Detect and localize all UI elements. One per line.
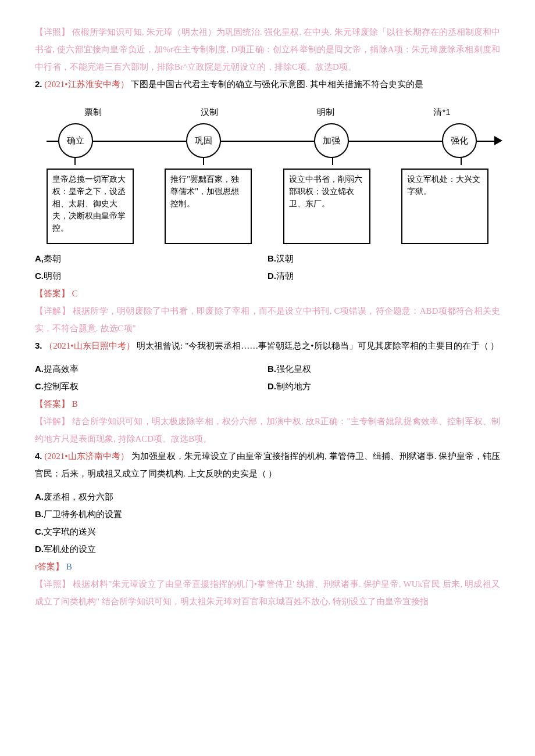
question-2-options: A,秦朝 B.汉朝 C.明朝 D.清朝: [35, 250, 500, 285]
diagram-header: 明制: [291, 103, 361, 121]
option-a: A,秦朝: [35, 250, 268, 267]
explanation-tag: 【详解】: [35, 417, 70, 426]
explanation-tag: 【详解】: [35, 306, 70, 316]
diagram-box-row: 皇帝总揽一切军政大权：皇帝之下，设丞相、太尉、御史大夫，决断权由皇帝掌控。 推行…: [35, 169, 500, 244]
diagram-header: 票制: [58, 103, 128, 121]
diagram-box: 推行"罢黜百家，独尊儒术"，加强思想控制。: [165, 169, 252, 244]
question-text: 明太祖曾说: "今我初罢丞相……事皆朝廷总之•所以稳当」可见其废除宰相的主要目的…: [137, 341, 499, 350]
answer-value: B: [66, 562, 72, 571]
option-a: A.提高效率: [35, 360, 268, 378]
explanation-tag: 【详照】: [35, 579, 70, 589]
question-source: (2021•山东济南中考）: [44, 452, 129, 461]
diagram-box: 皇帝总揽一切军政大权：皇帝之下，设丞相、太尉、御史大夫，决断权由皇帝掌控。: [47, 169, 134, 244]
diagram-connectors: [35, 158, 500, 165]
diagram-box: 设立中书省，削弱六部职权；设立锦衣卫、东厂。: [283, 169, 370, 244]
answer-value: B: [72, 399, 78, 409]
connector-icon: [58, 158, 91, 165]
question-2-stem: 2. (2021•江苏淮安中考） 下图是中国古代君主专制的确立与强化示意图. 其…: [35, 76, 500, 93]
explanation-tag: 【详照】: [35, 27, 70, 37]
monarchy-diagram: 票制 汉制 明制 清*1 确立 巩固 加强 强化 皇帝总揽一切军政大权：皇帝之下…: [35, 103, 500, 244]
question-source: (2021•江苏淮安中考）: [44, 80, 129, 89]
answer-tag: 【答案】: [35, 399, 70, 409]
question-4-answer: r答案】 B: [35, 558, 500, 575]
answer-tag: r答案】: [35, 562, 64, 571]
option-c: C.文字玳的送兴: [35, 523, 500, 540]
explanation-paragraph-1: 【详照】 依椴所学知识可知, 朱元璋（明太祖）为巩固统治. 强化皇权. 在中央.…: [35, 23, 500, 76]
connector-icon: [316, 158, 348, 165]
option-c: C.明朝: [35, 267, 268, 285]
answer-tag: 【答案】: [35, 289, 70, 298]
question-number: 3.: [35, 341, 42, 350]
question-number: 2.: [35, 79, 42, 89]
question-3-answer: 【答案】 B: [35, 395, 500, 413]
question-4-explanation: 【详照】 根据材料"朱元璋设立了由皇帝直援指挥的机门•掌管侍卫' 纨捕、刑狱诸事…: [35, 575, 500, 610]
question-source: （2021•山东日照中考）: [44, 341, 134, 350]
option-b: B.厂卫特务机构的设置: [35, 506, 500, 523]
question-2-explanation: 【详解】 根据所学，明朝废除了中书看，即废除了宰相，而不是设立中书刊, C项错误…: [35, 302, 500, 337]
option-b: B.强化皇权: [268, 360, 500, 378]
option-d: D.军机处的设立: [35, 540, 500, 558]
question-2-answer: 【答案】 C: [35, 285, 500, 302]
option-b: B.汉朝: [268, 250, 500, 267]
explanation-text: 根据所学，明朝废除了中书看，即废除了宰相，而不是设立中书刊, C项错误，符企题意…: [35, 306, 500, 333]
answer-value: C: [72, 289, 78, 298]
question-4-options: A.废丞相，权分六部 B.厂卫特务机构的设置 C.文字玳的送兴 D.军机处的设立: [35, 488, 500, 558]
option-a: A.废丞相，权分六部: [35, 488, 500, 506]
option-c: C.控制军权: [35, 378, 268, 395]
diagram-chain: 确立 巩固 加强 强化: [35, 123, 500, 158]
diagram-circle: 强化: [442, 123, 477, 158]
diagram-header: 汉制: [174, 103, 244, 121]
arrow-right-icon: [494, 136, 502, 145]
connector-icon: [444, 158, 477, 165]
diagram-header-row: 票制 汉制 明制 清*1: [35, 103, 500, 123]
explanation-text: 根据材料"朱元璋设立了由皇帝直援指挥的机门•掌管侍卫' 纨捕、刑狱诸事. 保护皇…: [35, 579, 500, 606]
question-3-stem: 3. （2021•山东日照中考） 明太祖曾说: "今我初罢丞相……事皆朝廷总之•…: [35, 337, 500, 354]
connector-icon: [187, 158, 219, 165]
question-number: 4.: [35, 451, 42, 461]
diagram-circle: 加强: [314, 123, 349, 158]
diagram-box: 设立军机处：大兴文字狱。: [401, 169, 488, 244]
question-text: 下图是中国古代君主专制的确立与强化示意图. 其中相关措施不符合史实的是: [131, 80, 423, 89]
option-d: D.制约地方: [268, 378, 500, 395]
diagram-header: 清*1: [407, 103, 477, 121]
explanation-text: 依椴所学知识可知, 朱元璋（明太祖）为巩固统治. 强化皇权. 在中央. 朱元球废…: [35, 27, 500, 71]
option-d: D.清朝: [268, 267, 500, 285]
question-3-options: A.提高效率 B.强化皇权 C.控制军权 D.制约地方: [35, 360, 500, 395]
question-3-explanation: 【详解】 结合所学知识可知，明太极废除宰相，权分六部，加演中权. 故R正确："主…: [35, 413, 500, 447]
explanation-text: 结合所学知识可知，明太极废除宰相，权分六部，加演中权. 故R正确："主专制者妣鼠…: [35, 417, 500, 443]
diagram-circle: 巩固: [186, 123, 221, 158]
diagram-circle: 确立: [58, 123, 93, 158]
question-4-stem: 4. (2021•山东济南中考） 为加强皇权，朱元璋设立了由皇帝宜接指挥的机构,…: [35, 447, 500, 482]
